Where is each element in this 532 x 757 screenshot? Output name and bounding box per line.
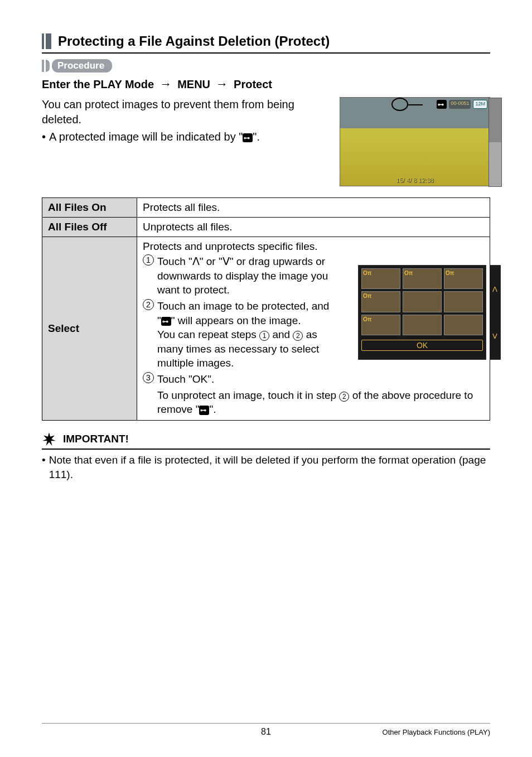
step-2: 2 Touch an image to be protected, and ""… (143, 299, 331, 370)
bullet-icon: • (42, 129, 46, 144)
step-1: 1 Touch "ᐱ" or "ᐯ" or drag upwards or do… (143, 254, 331, 297)
table-row: All Files Off Unprotects all files. (42, 218, 490, 237)
thumb-cell (444, 291, 483, 312)
thumb-cell (361, 291, 400, 312)
desc2-suffix: ". (253, 131, 260, 143)
unprotect-a: To unprotect an image, touch it in step (157, 389, 336, 401)
section-bar-icon (42, 33, 51, 49)
protect-key-icon (243, 133, 253, 142)
step-3-text: Touch "OK". (157, 372, 214, 387)
burst-icon (42, 432, 56, 446)
desc2-prefix: A protected image will be indicated by " (49, 131, 243, 143)
section-header: Protecting a File Against Deletion (Prot… (42, 33, 490, 54)
scroll-up-icon[interactable]: ᐱ (490, 266, 500, 312)
thumb-cell (403, 291, 442, 312)
procedure-arc-icon (46, 60, 50, 72)
option-label: All Files Off (42, 218, 137, 237)
preview-top-bar: 00-0051 12M (342, 100, 487, 109)
step-number-icon: 2 (143, 299, 154, 310)
arrow-right-icon: → (214, 77, 230, 91)
step-3: 3 Touch "OK". (143, 372, 331, 387)
unprotect-note: To unprotect an image, touch it in step … (157, 388, 484, 417)
description-text: You can protect images to prevent them f… (42, 97, 312, 144)
svg-marker-0 (42, 432, 56, 446)
desc-line-2: • A protected image will be indicated by… (42, 129, 312, 144)
thumb-cell (361, 315, 400, 335)
preview-image: 00-0051 12M 15/ 4/ 8 12:38 (340, 97, 490, 186)
thumb-cell (444, 268, 483, 289)
mode-menu: MENU (177, 78, 210, 91)
options-table: All Files On Protects all files. All Fil… (42, 197, 490, 421)
important-header: IMPORTANT! (42, 432, 490, 450)
preview-counter: 00-0051 (449, 100, 471, 109)
thumb-cell (444, 315, 483, 335)
arrow-right-icon: → (157, 77, 174, 91)
mode-prefix: Enter the PLAY Mode (42, 78, 154, 91)
step2-text-c: You can repeat steps (157, 329, 257, 340)
option-desc-select: Protects and unprotects specific files. … (137, 237, 490, 421)
description-block: You can protect images to prevent them f… (42, 97, 490, 186)
important-label: IMPORTANT! (63, 433, 129, 445)
thumb-cell (361, 268, 400, 289)
thumb-side-buttons: ᐱ ᐯ (490, 265, 501, 360)
thumb-ok-button[interactable]: OK (361, 340, 483, 351)
section-title: Protecting a File Against Deletion (Prot… (58, 33, 330, 49)
page-number: 81 (261, 727, 271, 737)
protect-key-icon (437, 100, 447, 109)
step-number-icon: 3 (143, 372, 154, 383)
option-desc: Unprotects all files. (137, 218, 490, 237)
unprotect-c: ". (209, 403, 216, 415)
desc-line-1: You can protect images to prevent them f… (42, 97, 312, 127)
footer: 81 Other Playback Functions (PLAY) (42, 723, 490, 737)
table-row: All Files On Protects all files. (42, 198, 490, 218)
step-ref-icon: 1 (259, 331, 269, 341)
option-desc: Protects all files. (137, 198, 490, 218)
breadcrumb: Enter the PLAY Mode → MENU → Protect (42, 77, 490, 91)
footer-section: Other Playback Functions (PLAY) (383, 728, 490, 736)
procedure-row: Procedure (42, 59, 490, 73)
important-note: • Note that even if a file is protected,… (42, 453, 490, 481)
thumb-cell (403, 268, 442, 289)
step-ref-icon: 2 (339, 392, 349, 402)
step2-text-b: " will appears on the image. (171, 315, 301, 326)
procedure-bar-icon (42, 60, 44, 72)
select-intro: Protects and unprotects specific files. (143, 240, 331, 253)
bullet-icon: • (42, 453, 46, 481)
step-1-text: Touch "ᐱ" or "ᐯ" or drag upwards or down… (157, 254, 331, 297)
scroll-down-icon[interactable]: ᐯ (490, 312, 500, 359)
important-note-text: Note that even if a file is protected, i… (49, 453, 490, 481)
option-label: Select (42, 237, 137, 421)
step-ref-icon: 2 (293, 331, 303, 341)
mode-protect: Protect (234, 78, 272, 91)
preview-res: 12M (473, 100, 487, 109)
table-row: Select Protects and unprotects specific … (42, 237, 490, 421)
protect-key-icon (161, 317, 171, 326)
protect-key-icon (199, 406, 209, 414)
thumbnail-grid: OK (358, 265, 486, 360)
step-number-icon: 1 (143, 254, 154, 266)
option-label: All Files On (42, 198, 137, 218)
thumb-cell (403, 315, 442, 335)
preview-timestamp: 15/ 4/ 8 12:38 (396, 177, 433, 184)
procedure-label: Procedure (52, 59, 112, 73)
step2-text-d: and (272, 329, 290, 340)
